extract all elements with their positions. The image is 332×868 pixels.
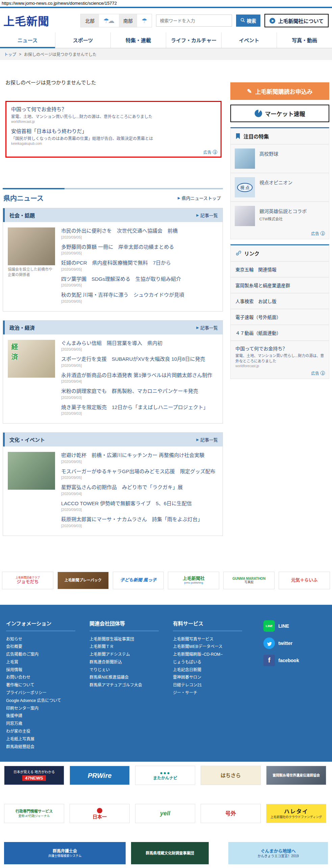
footer-link[interactable]: じょうもばいる <box>173 659 256 665</box>
footer-link[interactable]: 上毛紙上写真展 <box>6 736 90 742</box>
subscribe-button[interactable]: ✎ 上毛新聞購読お申込み <box>230 82 329 100</box>
footer-link[interactable]: 採用情報 <box>6 667 90 673</box>
search-button[interactable]: 検索 <box>236 15 260 27</box>
ad-choices-label[interactable]: 広告 <box>203 149 217 155</box>
article-list-link[interactable]: ▶ 記事一覧 <box>196 324 218 331</box>
partner-logo-playback[interactable]: 上毛新聞プレーバック <box>57 572 109 589</box>
kennai-news-top-link[interactable]: ▶ 県内ニューストップ <box>178 195 221 201</box>
article-title[interactable]: 四ツ葉学園 SDGs理解深める 生協が取り組み紹介 <box>61 276 218 282</box>
article-title[interactable]: モスバーガーがゆるキャラGP出場のみどモス応援 限定グッズ配布 <box>61 468 218 475</box>
article-title[interactable]: 星野富弘さんの初期作品 みどり市で「ラクガキ」展 <box>61 484 218 491</box>
partner-logo-gunma-marathon[interactable]: GUNMA MARATHON 写真館 <box>223 572 275 589</box>
footer-link[interactable]: 上毛新聞縮刷版−CD-ROM− <box>173 652 256 657</box>
about-button[interactable]: ▶ 上毛新聞社について <box>264 14 329 27</box>
featured-item-label[interactable]: 高校野球 <box>259 148 278 157</box>
banner-47news[interactable]: 日本が見える 地方がわかる 47NEWS <box>4 766 64 785</box>
banner-gogai[interactable]: 号外 <box>201 804 261 823</box>
link-item-tokyo-olympics[interactable]: 東京五輪 関連情報 <box>231 261 329 277</box>
article-thumbnail[interactable] <box>8 227 55 265</box>
tab-life-culture[interactable]: ライフ・カルチャー <box>166 32 221 48</box>
footer-link[interactable]: 上毛新聞アドシステム <box>90 652 173 657</box>
footer-link[interactable]: 後援申請 <box>6 713 90 719</box>
banner-gyosei-journal[interactable]: 行政専門情報サービス 愛称:47行政ジャーナル <box>4 804 64 823</box>
article-item[interactable]: 焼き菓子を限定販売 12日から「まえばしハニープロジェクト」 [2020/09/… <box>61 404 218 416</box>
banner-gunma-eco[interactable]: ぐんまから地球へ かんきょうエコ宣言！2019 <box>228 842 328 864</box>
banner-tomioka-silk[interactable]: 富岡製糸場世界遺産伝道師協会 <box>266 766 326 785</box>
footer-link[interactable]: 上毛新聞ＴＲ <box>90 644 173 650</box>
article-title[interactable]: 焼き菓子を限定販売 12日から「まえばしハニープロジェクト」 <box>61 404 218 411</box>
article-item[interactable]: 妊婦のPCR 県内産科医療機関で無料 7日から [2020/09/05] <box>61 260 218 271</box>
article-item[interactable]: 四ツ葉学園 SDGs理解深める 生協が取り組み紹介 [2020/09/05] <box>61 276 218 288</box>
tab-sports[interactable]: スポーツ <box>55 32 110 48</box>
article-title[interactable]: 永井酒造が新商品の日本酒発表 第1弾ラベルは片岡鶴太郎さん制作 <box>61 372 218 379</box>
featured-item-ad[interactable]: 銀河英雄伝説とコラボ CTW株式会社 広告 <box>231 201 329 239</box>
banner-hachisara[interactable]: はちさら <box>201 766 261 785</box>
ad-unit[interactable]: 中国って何でお金持ち？ 家電、土地、マンション買い荒らし...財力の源は、意外な… <box>11 105 216 124</box>
ad-title-link[interactable]: 安倍首相「日本はもう終わりだ」 <box>11 127 216 134</box>
breadcrumb-home-link[interactable]: トップ <box>4 51 16 57</box>
tab-photo-video[interactable]: 写真・動画 <box>277 32 332 48</box>
ad-title-link[interactable]: 中国って何でお金持ち？ <box>11 105 216 112</box>
article-item[interactable]: 米粉の調理家庭でも 群馬製粉、マカロニやパンケーキ発売 [2020/09/03] <box>61 388 218 400</box>
footer-link[interactable]: 上毛記念日新聞 <box>173 667 256 673</box>
footer-link[interactable]: 印刷センター案内 <box>6 706 90 711</box>
article-item[interactable]: 萩原朔太郎賞にマーサ・ナカムラさん 詩集「雨をよぶ灯台」 [2020/09/03… <box>61 516 218 528</box>
article-title[interactable]: 密避け乾杯 前橋・広瀬川にキッチンカー 再整備向け社会実験 <box>61 452 218 459</box>
article-list-link[interactable]: ▶ 記事一覧 <box>196 436 218 443</box>
article-item[interactable]: ぐんまみらい信組 隔日営業を導入 県内初 [2020/09/05] <box>61 340 218 352</box>
ad-choices-label[interactable]: 広告 <box>311 370 325 376</box>
social-line-button[interactable]: LINE LINE <box>263 620 326 632</box>
featured-item-label[interactable]: 視点オピニオン <box>259 177 292 186</box>
article-item[interactable]: 星野富弘さんの初期作品 みどり市で「ラクガキ」展 [2020/09/04] <box>61 484 218 496</box>
article-item[interactable]: 永井酒造が新商品の日本酒発表 第1弾ラベルは片岡鶴太郎さん制作 [2020/09… <box>61 372 218 384</box>
article-title[interactable]: ぐんまみらい信組 隔日営業を導入 県内初 <box>61 340 218 347</box>
footer-link[interactable]: 群馬連合新聞折込 <box>90 659 173 665</box>
footer-link[interactable]: 雷神囲碁サロン <box>173 675 256 680</box>
link-item-jinji-search[interactable]: 人事検索 お試し版 <box>231 293 329 309</box>
footer-link[interactable]: 著作権について <box>6 682 90 688</box>
featured-item-koko-yakyu[interactable]: 高校野球 <box>231 144 329 173</box>
link-item-tomioka-silk-mill[interactable]: 富岡製糸場と絹産業遺産群 <box>231 277 329 293</box>
article-list-link[interactable]: ▶ 記事一覧 <box>196 212 218 218</box>
ad-title-link[interactable]: 銀河英雄伝説とコラボ <box>259 206 307 214</box>
article-item[interactable]: 市民の外出に便利さを 次世代交通へ協議会 前橋 [2020/09/05] <box>61 227 218 239</box>
footer-link[interactable]: でりじぇい <box>90 667 173 673</box>
article-title[interactable]: 秋の気配 川場・吉祥寺に漂う シュウカイドウが見頃 <box>61 292 218 298</box>
footer-link[interactable]: 会社概要 <box>6 644 90 650</box>
article-item[interactable]: スポーツ走行を支援 SUBARUがXVを大幅改良 10月8日に発売 [2020/… <box>61 356 218 368</box>
footer-link[interactable]: 広告掲載のご案内 <box>6 652 90 657</box>
ad-choices-label[interactable]: 広告 <box>311 230 325 236</box>
footer-link[interactable]: お問い合わせ <box>6 675 90 680</box>
market-report-button[interactable]: マーケット速報 <box>230 105 329 122</box>
banner-gunma-bar-association[interactable]: 群馬弁護士会 弁護士情報検索システム <box>4 842 126 864</box>
banner-haretai[interactable]: ハレタイ 上毛新聞社のクラウドファンディング <box>266 804 326 823</box>
tab-features[interactable]: 特集・連載 <box>110 32 166 48</box>
tab-news[interactable]: ニュース <box>0 32 55 48</box>
article-item[interactable]: モスバーガーがゆるキャラGP出場のみどモス応援 限定グッズ配布 [2020/09… <box>61 468 218 480</box>
article-title[interactable]: 市民の外出に便利さを 次世代交通へ協議会 前橋 <box>61 227 218 234</box>
banner-matakan-navi[interactable]: ●●● またかんナビ <box>135 766 195 785</box>
footer-link[interactable]: 上毛新聞厚生福祉事業団 <box>90 636 173 642</box>
sidebar-ad-unit[interactable]: 中国って何でお金持ち？ 家電、土地、マンション買い荒らし...財力の源は、意外な… <box>231 341 329 379</box>
footer-link[interactable]: ジー・サーチ <box>173 690 256 696</box>
footer-link[interactable]: 同窓万歳 <box>6 721 90 727</box>
article-title[interactable]: スポーツ走行を支援 SUBARUがXVを大幅改良 10月8日に発売 <box>61 356 218 362</box>
article-title[interactable]: 妊婦のPCR 県内産科医療機関で無料 7日から <box>61 260 218 266</box>
article-item[interactable]: LACCO TOWER 伊勢崎で無観客ライブ 5、6日に生配信 [2020/09… <box>61 500 218 512</box>
footer-link[interactable]: 上毛賞 <box>6 659 90 665</box>
partner-logo-jomodachi[interactable]: 上毛新聞読者クラブ ジョモだち <box>2 572 53 589</box>
ad-title-link[interactable]: 中国って何でお金持ち？ <box>235 345 324 352</box>
social-facebook-button[interactable]: f facebook <box>263 655 326 666</box>
footer-link[interactable]: 上毛新聞WEBデータベース <box>173 644 256 650</box>
featured-item-shiten-opinion[interactable]: 視 点 視点オピニオン <box>231 173 329 201</box>
ad-unit[interactable]: 安倍首相「日本はもう終わりだ」 「国民が貧しくなったのはあの黒幕の仕業」総理が告… <box>11 127 216 145</box>
tab-events[interactable]: イベント <box>221 32 277 48</box>
site-logo[interactable]: 上毛新聞 <box>3 12 49 29</box>
article-thumbnail[interactable]: 経済 <box>8 340 55 378</box>
search-input[interactable] <box>156 15 232 27</box>
article-item[interactable]: 多野藤岡の算額 一冊に 岸幸太郎の功績まとめる [2020/09/05] <box>61 244 218 255</box>
footer-link[interactable]: プライバシーポリシー <box>6 690 90 696</box>
footer-link[interactable]: 群馬県アマチュアゴルフ大会 <box>90 682 173 688</box>
footer-link[interactable]: 日経テレコン21 <box>173 682 256 688</box>
banner-maizo-bunkazai[interactable]: 群馬県埋蔵文化財調査事業団 <box>131 842 209 864</box>
